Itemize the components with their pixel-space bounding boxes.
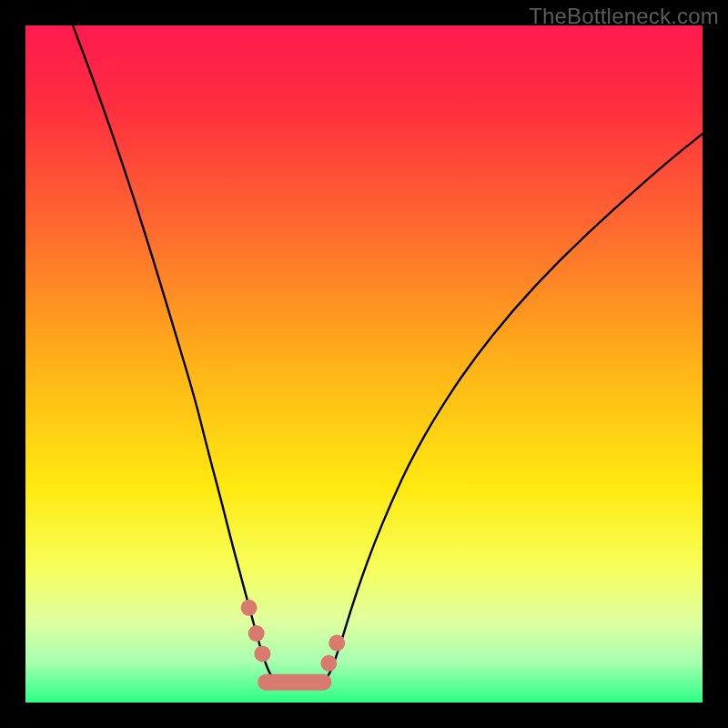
gradient-background — [25, 25, 703, 703]
watermark-text: TheBottleneck.com — [529, 4, 719, 29]
marker-dot — [248, 625, 265, 642]
chart-frame: TheBottleneck.com — [0, 0, 728, 728]
marker-dot — [241, 600, 258, 616]
marker-dot — [254, 645, 270, 662]
marker-dot — [320, 655, 337, 672]
plot-area — [25, 25, 703, 703]
chart-svg — [25, 25, 703, 703]
marker-dot — [329, 635, 345, 652]
